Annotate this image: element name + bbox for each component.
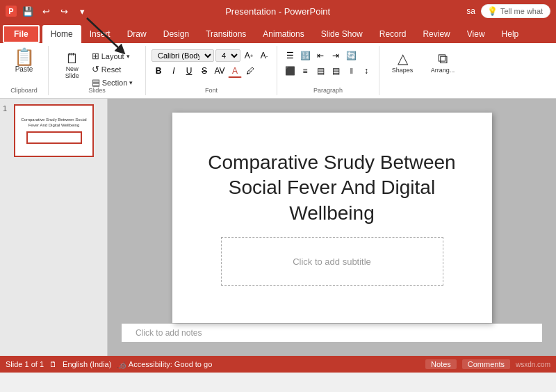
save-button[interactable]: 💾 — [21, 4, 35, 18]
language-indicator: English (India) — [63, 360, 111, 368]
increase-font-button[interactable]: A+ — [242, 49, 256, 63]
tab-transitions[interactable]: Transitions — [197, 25, 254, 43]
font-color-button[interactable]: A — [228, 64, 242, 78]
align-right-button[interactable]: ▤ — [313, 64, 327, 78]
ribbon-content: 📋 Paste Clipboard 🗒 NewSlide ⊞ Layout — [0, 43, 556, 99]
title-bar: P 💾 ↩ ↪ ▾ Presentation - PowerPoint sa 💡… — [0, 0, 556, 22]
tab-insert[interactable]: Insert — [81, 25, 119, 43]
window-controls: sa 💡 Tell me what — [466, 4, 550, 18]
strikethrough-button[interactable]: S — [197, 64, 211, 78]
slide-info: Slide 1 of 1 — [6, 360, 44, 368]
notes-button[interactable]: Notes — [425, 359, 457, 369]
reset-button[interactable]: ↺ Reset — [89, 63, 136, 75]
user-name: sa — [466, 6, 475, 16]
font-row1: Calibri (Body) 44 A+ A- — [152, 49, 271, 63]
justify-button[interactable]: ▤ — [329, 64, 343, 78]
paste-label: Paste — [15, 65, 33, 73]
italic-button[interactable]: I — [167, 64, 181, 78]
canvas-area: Comparative Srudy Between Social Fever A… — [108, 99, 556, 356]
undo-button[interactable]: ↩ — [39, 4, 53, 18]
decrease-font-button[interactable]: A- — [257, 49, 271, 63]
app-icon: P — [6, 6, 17, 17]
layout-label: Layout — [101, 52, 124, 60]
section-icon: ▤ — [92, 77, 100, 88]
main-area: 1 Comparative Srudy Between Social Fever… — [0, 99, 556, 356]
tab-design[interactable]: Design — [155, 25, 197, 43]
slide-title-text[interactable]: Comparative Srudy Between Social Fever A… — [172, 150, 492, 226]
layout-icon: ⊞ — [92, 51, 99, 61]
shapes-button[interactable]: △ Shapes — [385, 49, 420, 75]
list-row: ☰ 🔢 ⇤ ⇥ 🔄 — [283, 49, 373, 63]
tab-review[interactable]: Review — [414, 25, 458, 43]
char-spacing-button[interactable]: AV — [213, 64, 227, 78]
bullets-button[interactable]: ☰ — [283, 49, 297, 63]
new-slide-icon: 🗒 — [65, 51, 79, 65]
tab-help[interactable]: Help — [493, 25, 528, 43]
slide-thumb-number: 1 — [3, 104, 11, 113]
slide-canvas[interactable]: Comparative Srudy Between Social Fever A… — [172, 113, 492, 323]
layout-button[interactable]: ⊞ Layout ▾ — [89, 50, 136, 62]
reset-icon: ↺ — [92, 64, 99, 74]
watermark: wsxdn.com — [516, 361, 550, 368]
arrange-button[interactable]: ⧉ Arrang... — [425, 49, 460, 75]
slides-label: Slides — [49, 87, 145, 94]
new-slide-button[interactable]: 🗒 NewSlide — [58, 50, 86, 81]
tell-me-label: Tell me what — [500, 7, 543, 15]
slide-thumb[interactable]: Comparative Srudy Between Social Fever A… — [14, 104, 94, 157]
comments-button[interactable]: Comments — [462, 359, 510, 369]
slide-thumbnail-1[interactable]: 1 Comparative Srudy Between Social Fever… — [3, 104, 104, 157]
slide-subtitle-placeholder: Click to add subtitle — [293, 256, 371, 267]
ribbon-tabs: File Home Insert Draw Design Transitions… — [0, 22, 556, 43]
align-center-button[interactable]: ≡ — [298, 64, 312, 78]
text-direction-button[interactable]: ↕ — [359, 64, 373, 78]
font-size-select[interactable]: 44 — [215, 49, 240, 62]
clipboard-group: 📋 Paste Clipboard — [0, 46, 49, 95]
window-title: Presentation - PowerPoint — [225, 6, 330, 17]
notes-area[interactable]: Click to add notes — [122, 323, 542, 342]
font-label: Font — [146, 87, 277, 94]
redo-button[interactable]: ↪ — [57, 4, 71, 18]
slide-info-icon: 🗒 — [49, 360, 57, 368]
layout-arrow: ▾ — [126, 53, 130, 60]
tab-view[interactable]: View — [459, 25, 493, 43]
tell-me-input[interactable]: 💡 Tell me what — [481, 4, 550, 18]
bold-button[interactable]: B — [152, 64, 165, 78]
arrange-icon: ⧉ — [438, 51, 448, 67]
drawing-group: △ Shapes ⧉ Arrang... — [379, 46, 556, 95]
columns-button[interactable]: ⫴ — [344, 64, 358, 78]
decrease-indent-button[interactable]: ⇤ — [313, 49, 327, 63]
tab-animations[interactable]: Animations — [254, 25, 312, 43]
notes-placeholder: Click to add notes — [136, 328, 202, 338]
reset-label: Reset — [101, 65, 122, 74]
tab-home[interactable]: Home — [42, 25, 81, 43]
font-controls: Calibri (Body) 44 A+ A- B I U S AV A 🖊 — [152, 47, 271, 78]
new-slide-label: NewSlide — [65, 65, 79, 79]
status-bar: Slide 1 of 1 🗒 English (India) 🦽 Accessi… — [0, 356, 556, 373]
tab-slideshow[interactable]: Slide Show — [313, 25, 371, 43]
align-left-button[interactable]: ⬛ — [283, 64, 297, 78]
tab-draw[interactable]: Draw — [119, 25, 155, 43]
tab-file[interactable]: File — [3, 25, 40, 43]
slides-group: 🗒 NewSlide ⊞ Layout ▾ ↺ Reset ▤ Section … — [49, 46, 146, 95]
slide-panel: 1 Comparative Srudy Between Social Fever… — [0, 99, 108, 356]
paste-icon: 📋 — [14, 49, 35, 65]
slide-thumb-subtitle-placeholder — [26, 131, 82, 144]
clipboard-label: Clipboard — [0, 87, 48, 94]
section-arrow: ▾ — [129, 79, 133, 86]
slide-subtitle-box[interactable]: Click to add subtitle — [221, 237, 443, 286]
font-group: Calibri (Body) 44 A+ A- B I U S AV A 🖊 F… — [146, 46, 277, 95]
highlight-button[interactable]: 🖊 — [243, 64, 257, 78]
increase-indent-button[interactable]: ⇥ — [329, 49, 343, 63]
convert-button[interactable]: 🔄 — [344, 49, 358, 63]
paragraph-label: Paragraph — [277, 87, 379, 94]
customize-qat-button[interactable]: ▾ — [75, 4, 89, 18]
font-row2: B I U S AV A 🖊 — [152, 64, 271, 78]
tab-record[interactable]: Record — [371, 25, 415, 43]
shapes-icon: △ — [398, 50, 408, 67]
paste-button[interactable]: 📋 Paste — [9, 47, 40, 74]
numbering-button[interactable]: 🔢 — [298, 49, 312, 63]
font-name-select[interactable]: Calibri (Body) — [152, 49, 214, 62]
underline-button[interactable]: U — [182, 64, 196, 78]
arrange-label: Arrang... — [431, 67, 455, 74]
paragraph-group: ☰ 🔢 ⇤ ⇥ 🔄 ⬛ ≡ ▤ ▤ ⫴ ↕ Paragraph — [277, 46, 379, 95]
